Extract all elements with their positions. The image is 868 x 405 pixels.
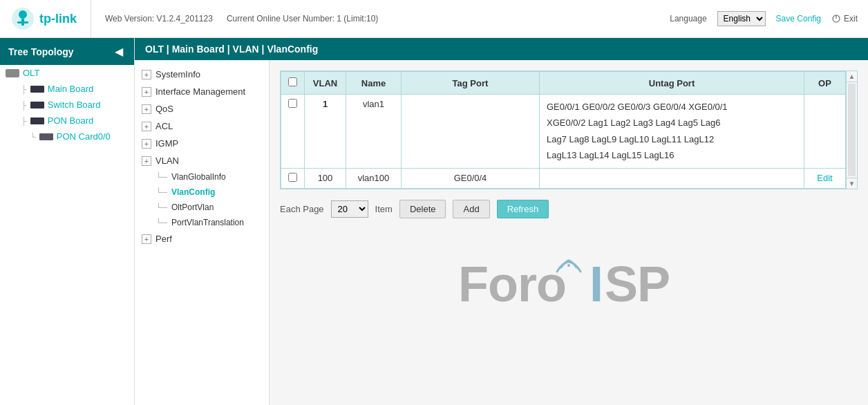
row2-checkbox-cell[interactable] <box>281 168 305 188</box>
sidebar-item-main-board[interactable]: ├ Main Board <box>0 81 134 97</box>
sidebar-item-olt-label: OLT <box>23 68 39 78</box>
svg-text:SP: SP <box>605 256 670 312</box>
sidebar-item-pon-card-label: PON Card0/0 <box>57 131 111 142</box>
breadcrumb: OLT | Main Board | VLAN | VlanConfig <box>145 44 318 55</box>
item-label: Item <box>375 204 393 214</box>
col-tag-port-header: Tag Port <box>402 72 540 95</box>
pon-card-icon <box>39 133 53 140</box>
nav-item-system-info[interactable]: + SystemInfo <box>135 66 269 83</box>
col-untag-port-header: Untag Port <box>540 72 804 95</box>
nav-sub-item-vlan-config-label: VlanConfig <box>171 187 215 197</box>
tp-link-logo: tp-link <box>10 6 77 31</box>
nav-item-igmp-label: IGMP <box>155 138 178 149</box>
nav-item-qos-label: QoS <box>155 104 173 114</box>
olt-device-icon <box>6 69 19 77</box>
breadcrumb-bar: OLT | Main Board | VLAN | VlanConfig <box>135 38 868 60</box>
col-vlan-header: VLAN <box>305 72 346 95</box>
nav-sub-item-olt-port-vlan[interactable]: └─ OltPortVlan <box>135 200 269 215</box>
interface-mgmt-expand-icon: + <box>142 87 151 97</box>
nav-item-perf[interactable]: + Perf <box>135 230 269 247</box>
scroll-down-button[interactable]: ▼ <box>847 178 857 189</box>
main-content: VLAN Name Tag Port Untag Port OP <box>270 60 868 405</box>
nav-item-igmp[interactable]: + IGMP <box>135 135 269 152</box>
logo-area: tp-link <box>10 0 91 37</box>
tp-link-logo-icon <box>10 6 35 31</box>
switch-board-icon <box>30 102 44 109</box>
nav-item-perf-label: Perf <box>155 234 172 244</box>
nav-item-vlan-label: VLAN <box>155 156 179 166</box>
row1-op <box>804 95 846 169</box>
select-all-checkbox[interactable] <box>288 77 297 86</box>
nav-item-interface-mgmt[interactable]: + Interface Management <box>135 83 269 100</box>
refresh-button[interactable]: Refresh <box>497 200 549 218</box>
switch-board-expand-icon: ├ <box>21 101 27 109</box>
page-size-select[interactable]: 20 50 100 <box>331 200 368 218</box>
olt-port-vlan-dash: └─ <box>155 202 167 212</box>
nav-item-qos[interactable]: + QoS <box>135 100 269 117</box>
vlan-expand-icon: + <box>142 156 151 166</box>
scroll-thumb[interactable] <box>848 84 856 176</box>
online-users-label: Current Online User Number: 1 (Limit:10) <box>227 14 378 23</box>
svg-point-1 <box>19 10 27 19</box>
perf-expand-icon: + <box>142 234 151 244</box>
nav-sub-item-vlan-config[interactable]: └─ VlanConfig <box>135 185 269 200</box>
save-config-link[interactable]: Save Config <box>776 14 821 23</box>
row1-checkbox[interactable] <box>288 99 297 108</box>
col-name-header: Name <box>346 72 402 95</box>
sidebar-item-switch-board[interactable]: ├ Switch Board <box>0 97 134 113</box>
row1-untag-port: GE0/0/1 GE0/0/2 GE0/0/3 GE0/0/4 XGE0/0/1… <box>540 95 804 169</box>
add-button[interactable]: Add <box>453 200 489 218</box>
table-row: 100 vlan100 GE0/0/4 Edit <box>281 168 846 188</box>
each-page-label: Each Page <box>280 204 324 214</box>
svg-rect-3 <box>17 21 28 23</box>
row2-edit-link[interactable]: Edit <box>817 173 832 183</box>
svg-text:Foro: Foro <box>458 256 566 312</box>
pon-board-icon <box>30 117 44 124</box>
table-row: 1 vlan1 GE0/0/1 GE0/0/2 GE0/0/3 GE0/0/4 … <box>281 95 846 169</box>
header-info: Web Version: V1.2.4_201123 Current Onlin… <box>91 14 670 23</box>
scroll-up-button[interactable]: ▲ <box>847 71 857 82</box>
sidebar-header: Tree Topology ◀ <box>0 38 134 65</box>
col-checkbox-header <box>281 72 305 95</box>
nav-item-vlan[interactable]: + VLAN <box>135 152 269 169</box>
port-vlan-translation-dash: └─ <box>155 218 167 227</box>
logo-text: tp-link <box>39 12 77 26</box>
sidebar-toggle-button[interactable]: ◀ <box>112 45 126 58</box>
watermark-area: Foro I SP <box>280 222 858 319</box>
row1-tag-port <box>402 95 540 169</box>
nav-item-acl[interactable]: + ACL <box>135 117 269 135</box>
row2-name: vlan100 <box>346 168 402 188</box>
left-nav: + SystemInfo + Interface Management + Qo… <box>135 60 270 405</box>
sidebar-item-pon-board[interactable]: ├ PON Board <box>0 113 134 129</box>
header-right: Language English Save Config Exit <box>670 11 858 26</box>
col-op-header: OP <box>804 72 846 95</box>
igmp-expand-icon: + <box>142 139 151 149</box>
row2-vlan-id: 100 <box>305 168 346 188</box>
qos-expand-icon: + <box>142 104 151 114</box>
delete-button[interactable]: Delete <box>399 200 446 218</box>
row2-checkbox[interactable] <box>288 173 297 182</box>
header: tp-link Web Version: V1.2.4_201123 Curre… <box>0 0 868 38</box>
inner-layout: + SystemInfo + Interface Management + Qo… <box>135 60 868 405</box>
controls-row: Each Page 20 50 100 Item Delete Add Refr… <box>280 196 858 222</box>
table-scrollbar[interactable]: ▲ ▼ <box>846 71 857 189</box>
sidebar-item-pon-card[interactable]: └ PON Card0/0 <box>0 129 134 144</box>
main-layout: Tree Topology ◀ OLT ├ Main Board ├ Switc… <box>0 38 868 405</box>
nav-sub-item-port-vlan-translation[interactable]: └─ PortVlanTranslation <box>135 215 269 230</box>
sidebar-item-olt[interactable]: OLT <box>0 65 134 81</box>
sidebar-item-switch-board-label: Switch Board <box>48 100 101 110</box>
language-select[interactable]: English <box>717 11 766 26</box>
content-area: OLT | Main Board | VLAN | VlanConfig + S… <box>135 38 868 405</box>
vlan-table-wrapper: VLAN Name Tag Port Untag Port OP <box>280 70 858 189</box>
power-icon <box>831 14 841 23</box>
row1-checkbox-cell[interactable] <box>281 95 305 169</box>
nav-sub-item-vlan-global-info[interactable]: └─ VlanGlobalInfo <box>135 169 269 185</box>
row2-untag-port <box>540 168 804 188</box>
nav-item-system-info-label: SystemInfo <box>155 69 200 79</box>
row2-op[interactable]: Edit <box>804 168 846 188</box>
nav-sub-item-vlan-global-info-label: VlanGlobalInfo <box>171 172 226 182</box>
acl-expand-icon: + <box>142 122 151 131</box>
vlan-global-info-dash: └─ <box>155 172 167 182</box>
web-version-label: Web Version: V1.2.4_201123 <box>105 14 213 23</box>
exit-button[interactable]: Exit <box>831 14 858 23</box>
